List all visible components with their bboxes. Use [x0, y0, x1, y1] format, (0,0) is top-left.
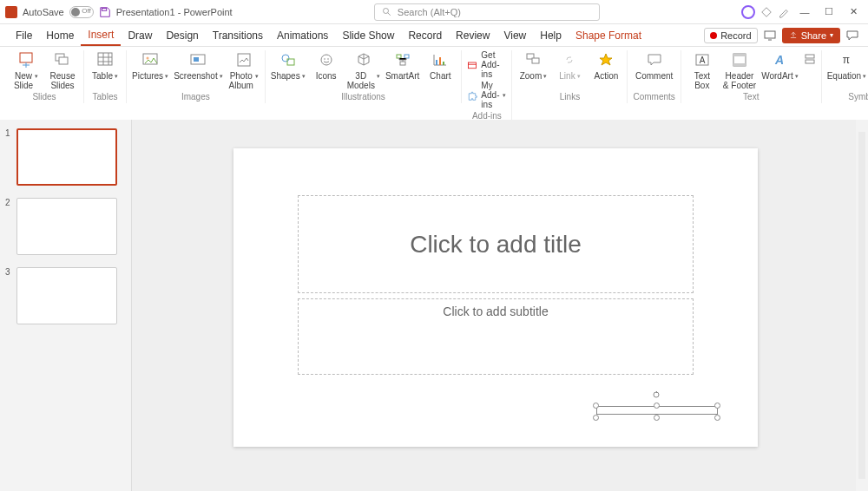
close-button[interactable]: ✕	[844, 3, 863, 22]
menu-tabs: File Home Insert Draw Design Transitions…	[0, 24, 868, 47]
tab-shape-format[interactable]: Shape Format	[569, 24, 648, 46]
svg-rect-4	[20, 53, 32, 62]
new-slide-button[interactable]: New Slide	[10, 50, 42, 90]
screenshot-button[interactable]: Screenshot	[174, 50, 223, 90]
subtitle-placeholder[interactable]: Click to add subtitle	[298, 298, 694, 375]
tab-insert[interactable]: Insert	[81, 24, 121, 46]
smartart-icon	[394, 51, 411, 69]
wordart-button[interactable]: AWordArt	[761, 50, 799, 90]
title-bar: AutoSave Off Presentation1 - PowerPoint …	[0, 0, 868, 24]
record-button[interactable]: Record	[704, 28, 757, 43]
tab-review[interactable]: Review	[449, 24, 496, 46]
thumbnail-number: 1	[5, 128, 12, 138]
group-images: Pictures Screenshot Photo Album Images	[127, 50, 266, 103]
tab-file[interactable]: File	[9, 24, 39, 46]
action-icon	[597, 51, 615, 69]
thumbnail-1[interactable]: 1	[5, 128, 126, 186]
thumbnail-3[interactable]: 3	[5, 267, 126, 324]
account-avatar[interactable]	[741, 5, 755, 19]
comments-pane-icon[interactable]	[845, 29, 859, 43]
group-symbols: πEquation ΩSymbol Symbols	[822, 50, 868, 103]
slide-canvas-area[interactable]: Click to add title Click to add subtitle	[132, 120, 868, 491]
resize-handle[interactable]	[593, 403, 599, 409]
resize-handle[interactable]	[593, 415, 599, 421]
slide-canvas[interactable]: Click to add title Click to add subtitle	[233, 148, 758, 447]
svg-rect-33	[806, 55, 814, 58]
thumbnail-number: 3	[5, 267, 12, 277]
get-addins-button[interactable]: Get Add-ins	[467, 50, 506, 79]
pictures-icon	[141, 51, 159, 69]
resize-handle[interactable]	[654, 415, 660, 421]
resize-handle[interactable]	[714, 403, 720, 409]
rotate-handle[interactable]	[652, 390, 661, 399]
tab-home[interactable]: Home	[39, 24, 81, 46]
title-placeholder[interactable]: Click to add title	[298, 195, 694, 293]
tab-draw[interactable]: Draw	[121, 24, 159, 46]
smartart-button[interactable]: SmartArt	[385, 50, 419, 90]
equation-icon: π	[838, 51, 855, 69]
table-button[interactable]: Table	[89, 50, 121, 90]
svg-rect-0	[102, 8, 106, 10]
svg-point-15	[321, 55, 332, 65]
resize-handle[interactable]	[714, 415, 720, 421]
reuse-slides-icon	[54, 51, 71, 69]
link-button[interactable]: Link	[554, 50, 585, 90]
tab-design[interactable]: Design	[159, 24, 205, 46]
group-text-label: Text	[743, 90, 759, 103]
tab-view[interactable]: View	[496, 24, 533, 46]
group-slides-label: Slides	[32, 90, 56, 103]
save-icon[interactable]	[99, 6, 111, 18]
group-images-label: Images	[181, 90, 210, 103]
header-footer-button[interactable]: Header & Footer	[723, 50, 756, 90]
new-slide-icon	[17, 51, 35, 69]
present-icon[interactable]	[763, 29, 777, 43]
diamond-icon[interactable]	[760, 6, 773, 18]
svg-rect-3	[765, 31, 775, 38]
equation-button[interactable]: πEquation	[827, 50, 866, 90]
thumbnail-2[interactable]: 2	[5, 198, 126, 255]
search-box[interactable]: Search (Alt+Q)	[374, 3, 600, 21]
group-illustrations-label: Illustrations	[341, 90, 385, 103]
tab-transitions[interactable]: Transitions	[206, 24, 270, 46]
group-symbols-label: Symbols	[848, 90, 868, 103]
group-illustrations: Shapes Icons 3D Models SmartArt Chart Il…	[266, 50, 463, 103]
minimize-button[interactable]: —	[795, 3, 814, 22]
svg-rect-11	[194, 57, 199, 62]
share-icon	[789, 31, 798, 40]
svg-point-43	[654, 392, 659, 397]
vertical-scrollbar[interactable]	[856, 120, 868, 491]
svg-point-9	[147, 57, 149, 60]
document-title: Presentation1 - PowerPoint	[116, 7, 233, 17]
selected-shape[interactable]	[596, 394, 718, 418]
chart-button[interactable]: Chart	[424, 50, 456, 90]
zoom-button[interactable]: Zoom	[517, 50, 549, 90]
resize-handle[interactable]	[654, 403, 660, 409]
group-tables-label: Tables	[93, 90, 118, 103]
tab-animations[interactable]: Animations	[270, 24, 335, 46]
text-more-button[interactable]	[804, 50, 816, 90]
3d-models-button[interactable]: 3D Models	[347, 50, 380, 90]
tab-help[interactable]: Help	[533, 24, 569, 46]
group-links: Zoom Link Action Links	[512, 50, 628, 103]
maximize-button[interactable]: ☐	[819, 3, 838, 22]
icons-button[interactable]: Icons	[311, 50, 342, 90]
screenshot-icon	[189, 51, 207, 69]
reuse-slides-button[interactable]: Reuse Slides	[47, 50, 78, 90]
share-button[interactable]: Share▾	[782, 28, 840, 43]
text-box-button[interactable]: AText Box	[687, 50, 718, 90]
svg-text:A: A	[774, 53, 784, 67]
tab-record[interactable]: Record	[401, 24, 449, 46]
my-addins-button[interactable]: My Add-ins▾	[467, 81, 506, 109]
pen-icon[interactable]	[778, 6, 790, 18]
svg-point-1	[383, 8, 388, 13]
svg-rect-7	[98, 53, 112, 65]
autosave-toggle[interactable]: Off	[69, 6, 94, 18]
group-links-label: Links	[560, 90, 580, 103]
photo-album-button[interactable]: Photo Album	[228, 50, 260, 90]
comment-button[interactable]: Comment	[635, 50, 673, 90]
svg-point-13	[282, 55, 289, 62]
pictures-button[interactable]: Pictures	[132, 50, 168, 90]
shapes-button[interactable]: Shapes	[271, 50, 306, 90]
action-button[interactable]: Action	[590, 50, 621, 90]
tab-slideshow[interactable]: Slide Show	[335, 24, 401, 46]
